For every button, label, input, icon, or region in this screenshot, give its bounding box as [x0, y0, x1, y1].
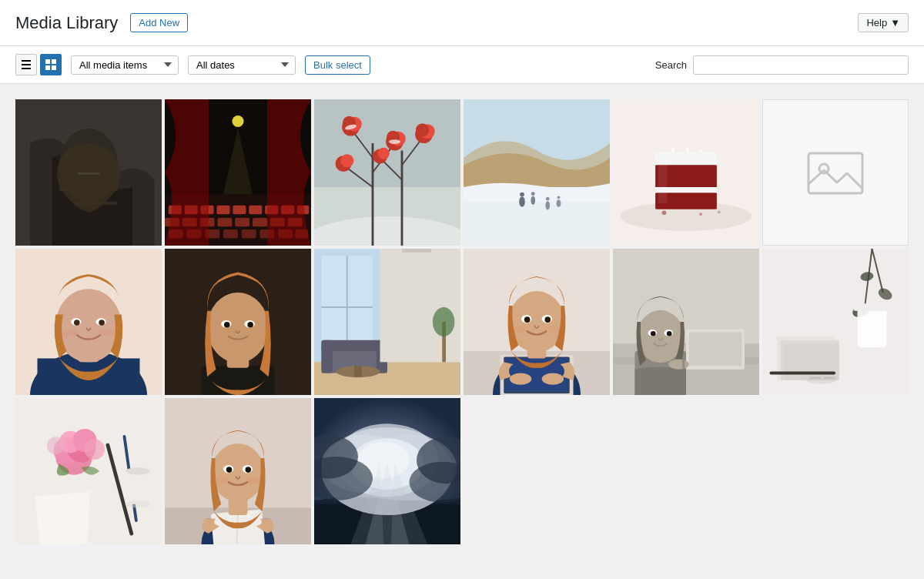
svg-point-98 — [62, 329, 79, 337]
svg-rect-19 — [249, 206, 262, 214]
add-new-button[interactable]: Add New — [130, 13, 188, 32]
svg-point-69 — [520, 192, 524, 197]
media-thumbnail — [15, 249, 162, 395]
search-input[interactable] — [693, 55, 909, 75]
media-item[interactable] — [165, 249, 311, 395]
grid-view-icon — [45, 59, 57, 71]
view-switcher — [15, 54, 62, 75]
media-thumbnail — [15, 398, 162, 544]
svg-rect-176 — [770, 372, 836, 375]
media-item[interactable] — [165, 398, 311, 544]
svg-rect-120 — [358, 366, 362, 377]
date-filter-select[interactable]: All dates January 2024 December 2023 Nov… — [188, 55, 296, 75]
media-item[interactable] — [314, 249, 460, 395]
top-bar: Media Library Add New Help ▼ — [0, 0, 924, 46]
svg-point-184 — [47, 437, 65, 454]
media-filter-select[interactable]: All media items Images Audio Video Docum… — [71, 55, 179, 75]
help-label: Help — [866, 17, 887, 28]
media-item[interactable] — [464, 99, 610, 246]
page-title: Media Library — [15, 13, 118, 33]
svg-rect-26 — [217, 218, 232, 226]
svg-point-205 — [226, 467, 233, 473]
svg-rect-34 — [223, 229, 238, 238]
svg-point-57 — [340, 154, 353, 167]
svg-point-185 — [84, 439, 105, 460]
svg-point-158 — [668, 359, 689, 369]
media-item-placeholder[interactable] — [762, 99, 909, 246]
media-thumbnail — [165, 99, 311, 246]
svg-point-137 — [542, 373, 564, 385]
list-view-button[interactable] — [15, 54, 37, 75]
svg-point-156 — [651, 331, 656, 336]
svg-point-99 — [98, 329, 116, 337]
toolbar: All media items Images Audio Video Docum… — [0, 46, 924, 84]
media-thumbnail — [464, 249, 610, 395]
svg-point-130 — [433, 307, 455, 336]
svg-rect-2 — [22, 68, 31, 69]
svg-rect-172 — [854, 303, 891, 311]
svg-rect-18 — [233, 206, 246, 214]
svg-point-192 — [126, 500, 150, 508]
svg-rect-3 — [45, 59, 50, 64]
svg-rect-128 — [402, 249, 431, 253]
svg-point-153 — [637, 310, 684, 363]
media-item[interactable] — [314, 398, 460, 544]
svg-rect-0 — [22, 60, 31, 62]
svg-point-143 — [544, 316, 551, 323]
media-item[interactable] — [15, 99, 162, 246]
svg-rect-86 — [808, 153, 862, 193]
svg-point-207 — [216, 477, 229, 484]
svg-point-84 — [699, 213, 702, 216]
media-thumbnail — [314, 249, 460, 395]
svg-point-136 — [510, 373, 532, 385]
svg-point-73 — [546, 197, 550, 201]
svg-rect-27 — [235, 218, 249, 226]
svg-rect-35 — [242, 229, 256, 238]
svg-point-202 — [212, 443, 264, 502]
media-item[interactable] — [613, 249, 759, 395]
svg-point-96 — [74, 320, 80, 326]
svg-point-75 — [557, 196, 561, 199]
svg-point-85 — [718, 210, 721, 213]
help-chevron-icon: ▼ — [890, 17, 900, 28]
svg-point-62 — [378, 148, 390, 159]
help-button[interactable]: Help ▼ — [858, 13, 909, 32]
media-item[interactable] — [165, 99, 311, 246]
svg-point-208 — [247, 477, 260, 484]
svg-rect-28 — [253, 218, 267, 226]
media-thumbnail — [613, 249, 759, 395]
svg-rect-159 — [682, 360, 685, 368]
svg-point-64 — [389, 139, 400, 144]
svg-rect-127 — [380, 249, 461, 362]
svg-point-144 — [513, 326, 527, 333]
svg-point-83 — [662, 210, 667, 215]
svg-rect-4 — [52, 59, 56, 64]
media-item[interactable] — [314, 99, 460, 246]
svg-point-107 — [247, 322, 253, 328]
svg-rect-17 — [216, 206, 229, 214]
svg-point-39 — [232, 115, 243, 127]
svg-rect-175 — [825, 377, 835, 379]
grid-view-button[interactable] — [40, 54, 62, 75]
media-item[interactable] — [613, 99, 759, 246]
media-item[interactable] — [15, 249, 162, 395]
page-wrapper: Media Library Add New Help ▼ — [0, 0, 924, 579]
svg-rect-116 — [322, 340, 333, 373]
media-item[interactable] — [762, 249, 909, 395]
media-thumbnail — [165, 398, 311, 544]
bulk-select-button[interactable]: Bulk select — [305, 55, 370, 75]
svg-rect-5 — [45, 65, 50, 70]
svg-point-106 — [224, 322, 230, 328]
svg-point-60 — [416, 123, 429, 136]
svg-point-191 — [126, 467, 150, 475]
svg-point-68 — [519, 196, 525, 206]
svg-rect-82 — [658, 159, 667, 203]
svg-rect-119 — [354, 366, 358, 377]
svg-rect-1 — [22, 64, 31, 65]
media-item[interactable] — [464, 249, 610, 395]
svg-rect-6 — [52, 65, 56, 70]
svg-rect-190 — [126, 471, 151, 504]
svg-rect-151 — [689, 332, 742, 366]
search-label: Search — [655, 59, 687, 71]
media-item[interactable] — [15, 398, 162, 544]
